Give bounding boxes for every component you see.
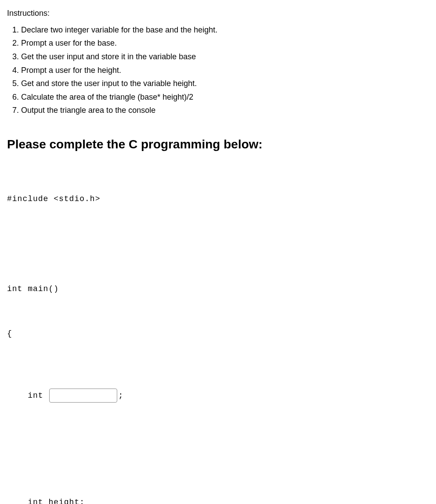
list-item: Get and store the user input to the vari… — [21, 77, 429, 90]
code-line: #include <stdio.h> — [7, 191, 429, 206]
code-text: int — [7, 388, 48, 403]
instructions-list: Declare two integer variable for the bas… — [7, 23, 429, 117]
blank-input-int[interactable] — [49, 389, 117, 403]
code-line: int main() — [7, 281, 429, 296]
code-text: ; — [118, 388, 123, 403]
section-heading: Please complete the C programming below: — [7, 135, 429, 155]
list-item: Prompt a user for the height. — [21, 64, 429, 77]
list-item: Get the user input and store it in the v… — [21, 50, 429, 64]
code-line: int ; — [7, 386, 429, 405]
code-block: #include <stdio.h> int main() { int ; in… — [7, 162, 429, 504]
list-item: Declare two integer variable for the bas… — [21, 23, 429, 37]
list-item: Output the triangle area to the console — [21, 104, 429, 117]
list-item: Calculate the area of the triangle (base… — [21, 90, 429, 104]
instructions-label: Instructions: — [7, 7, 429, 20]
code-line: int height; — [7, 495, 429, 504]
list-item: Prompt a user for the base. — [21, 36, 429, 50]
code-line: { — [7, 326, 429, 341]
